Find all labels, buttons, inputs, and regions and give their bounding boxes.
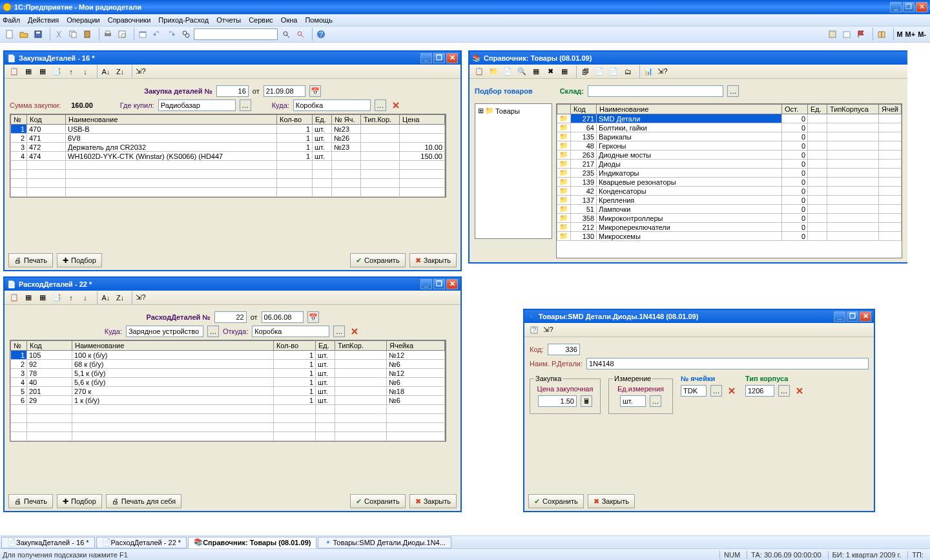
save-icon[interactable] (32, 28, 45, 41)
open-icon[interactable] (17, 28, 30, 41)
tb-sort2-icon[interactable]: Z↓ (114, 65, 127, 78)
table-row[interactable] (11, 414, 445, 423)
table-row[interactable]: 📁139Кварцевые резонаторы0 (557, 178, 902, 187)
table-row[interactable]: 📁64Болтики, гайки0 (557, 123, 902, 132)
table-row[interactable] (11, 423, 445, 432)
cell-input[interactable] (681, 385, 707, 397)
new-icon[interactable] (3, 28, 16, 41)
table-row[interactable]: 24716V81шт.№26 (11, 134, 445, 143)
table-row[interactable]: 📁358Микроконтроллеры0 (557, 214, 902, 223)
tb-grid1-icon[interactable]: ▦ (22, 65, 35, 78)
table-row[interactable]: 1470USB-B1шт.№23 (11, 125, 445, 134)
item-name-input[interactable] (586, 358, 869, 369)
rtb-help-icon[interactable]: ⇲? (656, 65, 669, 78)
purchase-scrollbar[interactable] (446, 114, 455, 198)
item-tb-help2-icon[interactable]: ⇲? (542, 324, 555, 337)
menu-help[interactable]: Помощь (305, 16, 333, 24)
expense-from-clear-icon[interactable] (349, 326, 360, 337)
ref-tree[interactable]: ⊞📁Товары (475, 103, 552, 239)
to-clear-icon[interactable] (390, 99, 402, 111)
menu-file[interactable]: Файл (3, 16, 20, 24)
close-btn[interactable]: ✕ (916, 2, 927, 12)
wintab-expense[interactable]: 📄 РасходДеталей - 22 * (96, 537, 187, 548)
etb-refresh-icon[interactable]: 📋 (8, 291, 21, 304)
wintab-reference[interactable]: 📚 Справочник: Товары (08.01.09) (188, 537, 316, 548)
expense-from-picker-icon[interactable]: … (333, 326, 345, 337)
copy-icon[interactable] (67, 28, 79, 41)
table-row[interactable]: 1105100 к (б/у)1шт.№12 (11, 351, 445, 360)
print-icon[interactable] (101, 28, 114, 41)
measure-input[interactable] (620, 395, 646, 407)
table-row[interactable]: 📁217Диоды0 (557, 160, 902, 169)
menu-income-expense[interactable]: Приход-Расход (158, 16, 209, 24)
where-picker-icon[interactable]: … (240, 99, 251, 111)
calendar-picker-icon[interactable]: 📅 (309, 85, 321, 97)
cut-icon[interactable] (52, 28, 65, 41)
expense-grid[interactable]: № Код Наименование Кол-во Ед. ТипКор. Яч… (10, 340, 445, 441)
rtb-7[interactable]: ▦ (558, 65, 571, 78)
restore-btn[interactable]: ❐ (903, 2, 914, 12)
purchase-close-btn-bottom[interactable]: ✖ Закрыть (409, 253, 457, 267)
rtb-4[interactable]: 🔍 (515, 65, 528, 78)
rtb-6[interactable]: ✖ (544, 65, 557, 78)
expense-close-btn-bottom[interactable]: ✖ Закрыть (409, 494, 457, 508)
wintab-purchase[interactable]: 📄 ЗакупкаДеталей - 16 * (1, 537, 95, 548)
item-close-btn[interactable]: ✕ (860, 311, 871, 322)
tb-help-icon[interactable]: ⇲? (134, 65, 147, 78)
etb-copy-icon[interactable]: 📑 (50, 291, 63, 304)
rtb-3[interactable]: 📄 (501, 65, 514, 78)
ref-stock-input[interactable] (588, 85, 723, 97)
item-min-btn[interactable]: _ (834, 311, 845, 322)
purchase-date-input[interactable] (264, 85, 305, 97)
table-row[interactable] (11, 188, 445, 197)
wintab-item[interactable]: 🔹 Товары:SMD Детали.Диоды.1N4... (318, 537, 451, 548)
menu-references[interactable]: Справочники (108, 16, 151, 24)
expense-print-btn[interactable]: 🖨 Печать (8, 494, 53, 508)
purchase-where-input[interactable] (158, 99, 236, 111)
rtb-8[interactable]: 🗐 (579, 65, 592, 78)
purchase-to-input[interactable] (293, 99, 371, 111)
price-input[interactable] (538, 395, 577, 407)
expense-from-input[interactable] (252, 326, 329, 337)
tb-up-icon[interactable]: ↑ (65, 65, 78, 78)
item-close-btn-bottom[interactable]: ✖ Закрыть (588, 494, 635, 508)
purchase-grid[interactable]: № Код Наименование Кол-во Ед. № Яч. Тип.… (10, 114, 445, 197)
tb-refresh-icon[interactable]: 📋 (8, 65, 21, 78)
table-row[interactable]: 📁51Лампочки0 (557, 205, 902, 214)
rtb-11[interactable]: 🗂 (621, 65, 634, 78)
table-row[interactable]: 📁263Диодные мосты0 (557, 150, 902, 160)
calendar2-icon[interactable] (840, 28, 853, 41)
menu-service[interactable]: Сервис (249, 16, 273, 24)
redo-icon[interactable] (165, 28, 178, 41)
item-max-btn[interactable]: ❐ (847, 311, 858, 322)
table-row[interactable]: 3785,1 к (б/у)1шт.№12 (11, 369, 445, 378)
table-row[interactable]: 📁271SMD Детали0 (557, 114, 902, 123)
calc-icon[interactable] (826, 28, 839, 41)
table-row[interactable] (11, 432, 445, 441)
find-icon[interactable] (179, 28, 192, 41)
undo-icon[interactable] (150, 28, 163, 41)
etb-help-icon[interactable]: ⇲? (134, 291, 147, 304)
menu-actions[interactable]: Действия (28, 16, 59, 24)
expense-max-btn[interactable]: ❐ (433, 279, 445, 289)
rtb-1[interactable]: 📋 (473, 65, 486, 78)
to-picker-icon[interactable]: … (375, 99, 386, 111)
item-kod-input[interactable] (548, 344, 580, 355)
table-row[interactable]: 4474WH1602D-YYK-CTK (Winstar) (KS0066) (… (11, 152, 445, 161)
body-input[interactable] (745, 385, 774, 397)
expense-save-btn[interactable]: ✔ Сохранить (350, 494, 406, 508)
table-row[interactable]: 📁137Крепления0 (557, 196, 902, 205)
rtb-12[interactable]: 📊 (642, 65, 655, 78)
m-plus-btn[interactable]: M+ (905, 28, 916, 41)
etb-sort1-icon[interactable]: A↓ (99, 291, 112, 304)
minimize-btn[interactable]: _ (890, 2, 902, 12)
purchase-close-btn[interactable]: ✕ (446, 53, 458, 63)
measure-picker-icon[interactable]: … (650, 395, 661, 407)
table-row[interactable] (11, 405, 445, 414)
table-row[interactable] (11, 161, 445, 170)
table-row[interactable] (11, 179, 445, 188)
table-row[interactable] (11, 170, 445, 179)
menu-windows[interactable]: Окна (281, 16, 298, 24)
table-row[interactable]: 📁235Индикаторы0 (557, 169, 902, 178)
paste-icon[interactable] (81, 28, 94, 41)
